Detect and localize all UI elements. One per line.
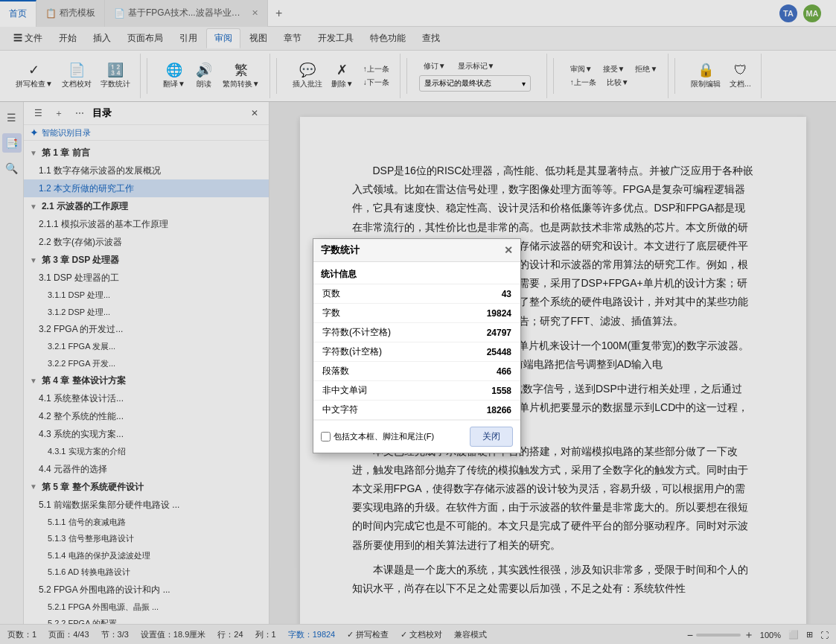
toc-item[interactable]: ▼第 4 章 整体设计方案 (24, 372, 269, 389)
toc-item[interactable]: 3.1.1 DSP 处理... (24, 287, 269, 304)
textbox-checkbox-input[interactable] (321, 432, 331, 441)
dialog-close-button[interactable]: 关闭 (470, 427, 513, 447)
status-doccheck[interactable]: ✓ 文档校对 (401, 629, 442, 640)
view-normal-icon[interactable]: ⬜ (788, 630, 799, 640)
tab-close-icon[interactable]: ✕ (252, 8, 258, 18)
ribbon-tab-review[interactable]: 审阅 (206, 28, 240, 48)
delete-comment-button[interactable]: ✗ 删除▼ (328, 60, 357, 92)
toc-item[interactable]: 4.2 整个系统的性能... (24, 407, 269, 425)
toc-item[interactable]: 5.1.3 信号整形电路设计 (24, 530, 269, 547)
toc-collapse-icon[interactable]: ▼ (30, 255, 37, 266)
toc-item[interactable]: 3.2.1 FPGA 发展... (24, 338, 269, 355)
stat-value: 18266 (452, 401, 520, 420)
toc-item[interactable]: ▼第 5 章 整个系统硬件设计 (24, 478, 269, 496)
toc-item-label: 4.3.1 实现方案的介绍 (48, 445, 126, 458)
toc-item[interactable]: 5.1 前端数据采集部分硬件电路设 ... (24, 496, 269, 514)
add-tab-button[interactable]: + (268, 7, 290, 20)
panel-icon-toc[interactable]: 📑 (2, 133, 22, 153)
tab-home[interactable]: 首页 (0, 0, 36, 27)
toc-item[interactable]: 4.4 元器件的选择 (24, 460, 269, 478)
toc-item[interactable]: 5.1.6 AD 转换电路设计 (24, 564, 269, 581)
tab-doc[interactable]: 📄 基于FPGA技术...波器毕业设计论文 ✕ (105, 0, 268, 27)
toc-item[interactable]: 4.1 系统整体设计活... (24, 389, 269, 407)
ribbon-tab-layout[interactable]: 页面布局 (120, 29, 170, 48)
include-textbox-checkbox[interactable]: 包括文本框、脚注和尾注(F) (321, 431, 434, 442)
zoom-out-button[interactable]: − (687, 629, 693, 641)
panel-icon-nav[interactable]: ☰ (2, 108, 22, 127)
toc-item[interactable]: 5.1.4 电路的保护及滤波处理 (24, 547, 269, 564)
show-markup-button[interactable]: 显示标记▼ (453, 60, 500, 72)
toc-collapse-icon[interactable]: ▼ (30, 147, 37, 159)
prev-change-btn[interactable]: ↑上一条 (566, 77, 601, 89)
zoom-slider[interactable] (696, 634, 741, 637)
toc-item-label: 2.2 数字(存储)示波器 (39, 235, 122, 249)
smart-toc-button[interactable]: ✦ 智能识别目录 (24, 125, 269, 141)
zoom-in-button[interactable]: ＋ (744, 628, 754, 642)
ribbon-tab-find[interactable]: 查找 (415, 29, 447, 48)
compare-btn[interactable]: 比较▼ (602, 77, 634, 89)
spellcheck-button[interactable]: ✓ 拼写检查▼ (12, 60, 57, 92)
toc-collapse-icon[interactable]: ▼ (30, 481, 37, 492)
ribbon-tab-chapter[interactable]: 章节 (276, 29, 309, 48)
toc-item[interactable]: 1.2 本文所做的研究工作 (24, 179, 269, 197)
sidebar-back-button[interactable]: ☰ (30, 105, 46, 121)
sidebar-options-button[interactable]: ⋯ (71, 105, 88, 121)
view-fullscreen-icon[interactable]: ⛶ (820, 631, 829, 640)
toc-item[interactable]: 3.2 FPGA 的开发过... (24, 320, 269, 338)
view-fit-icon[interactable]: ⊞ (806, 630, 813, 640)
ribbon-tab-feature[interactable]: 特色功能 (363, 29, 413, 48)
toc-item[interactable]: 5.2 FPGA 外围电路的设计和内 ... (24, 581, 269, 599)
review-btn[interactable]: 审阅▼ (566, 63, 597, 75)
panel-icon-search[interactable]: 🔍 (2, 159, 22, 178)
tab-template[interactable]: 📋 稻壳模板 (36, 0, 105, 27)
doccheck-button[interactable]: 📄 文档校对 (58, 60, 95, 92)
ribbon-tab-file[interactable]: ☰ 文件 (6, 29, 50, 48)
toc-item[interactable]: ▼第 1 章 前言 (24, 144, 269, 162)
stat-value: 466 (452, 362, 520, 381)
status-wordcount[interactable]: 字数：19824 (288, 629, 336, 640)
ribbon-tab-start[interactable]: 开始 (51, 29, 84, 48)
toc-item[interactable]: 5.1.1 信号的衰减电路 (24, 514, 269, 531)
prev-comment-button[interactable]: ↑上一条 (359, 63, 394, 75)
wordcount-button[interactable]: 🔢 字数统计 (97, 60, 134, 92)
ribbon-tab-view[interactable]: 视图 (242, 29, 275, 48)
insert-comment-button[interactable]: 💬 插入批注 (289, 60, 326, 92)
restrict-edit-button[interactable]: 🔒 限制编辑 (687, 60, 724, 92)
sidebar-add-button[interactable]: ＋ (51, 105, 67, 121)
translate-button[interactable]: 🌐 翻译▼ (159, 60, 189, 92)
toc-item[interactable]: ▼2.1 示波器的工作原理 (24, 197, 269, 215)
ribbon-tab-ref[interactable]: 引用 (172, 29, 205, 48)
ribbon-group-proofing: ✓ 拼写检查▼ 📄 文档校对 🔢 字数统计 (6, 54, 141, 98)
toc-item[interactable]: 3.1.2 DSP 处理... (24, 304, 269, 321)
toc-item[interactable]: 1.1 数字存储示波器的发展概况 (24, 162, 269, 179)
toc-item[interactable]: 3.2.2 FPGA 开发... (24, 355, 269, 372)
toc-item[interactable]: 4.3.1 实现方案的介绍 (24, 443, 269, 460)
sidebar-close-button[interactable]: ✕ (246, 105, 263, 121)
next-comment-button[interactable]: ↓下一条 (359, 77, 394, 89)
toc-item[interactable]: 2.1.1 模拟示波器的基本工作原理 (24, 215, 269, 233)
insert-comment-icon: 💬 (299, 63, 316, 79)
toc-collapse-icon[interactable]: ▼ (30, 375, 37, 386)
dialog-title-close-button[interactable]: ✕ (504, 244, 513, 256)
ribbon-tab-dev[interactable]: 开发工具 (310, 29, 361, 48)
toc-item-label: 1.1 数字存储示波器的发展概况 (39, 164, 161, 177)
toc-item[interactable]: 4.3 系统的实现方案... (24, 425, 269, 443)
markup-state-dropdown[interactable]: 显示标记的最终状态 ▾ (419, 75, 531, 92)
toc-item[interactable]: 3.1 DSP 处理器的工 (24, 269, 269, 287)
toc-item[interactable]: 5.2.1 FPGA 外围电源、晶振 ... (24, 599, 269, 616)
trad-simp-button[interactable]: 繁 繁简转换▼ (219, 60, 264, 92)
toc-item[interactable]: 2.2 数字(存储)示波器 (24, 233, 269, 251)
toc-item[interactable]: ▼第 3 章 DSP 处理器 (24, 251, 269, 269)
track-changes-button[interactable]: 修订▼ (419, 60, 450, 72)
toc-item-label: 3.1 DSP 处理器的工 (39, 271, 119, 284)
accept-btn[interactable]: 接受▼ (599, 63, 630, 75)
doc-protect-icon: 🛡 (734, 63, 747, 79)
status-spellcheck[interactable]: ✓ 拼写检查 (347, 629, 389, 640)
toc-item-label: 3.2.2 FPGA 开发... (48, 357, 115, 370)
toc-item[interactable]: 5.2.2 FPGA 的配置 (24, 615, 269, 624)
doc-protect-button[interactable]: 🛡 文档... (726, 60, 754, 92)
ribbon-tab-insert[interactable]: 插入 (86, 29, 118, 48)
readout-button[interactable]: 🔊 朗读 (191, 60, 217, 92)
toc-collapse-icon[interactable]: ▼ (30, 201, 37, 212)
reject-btn[interactable]: 拒绝▼ (631, 63, 662, 75)
